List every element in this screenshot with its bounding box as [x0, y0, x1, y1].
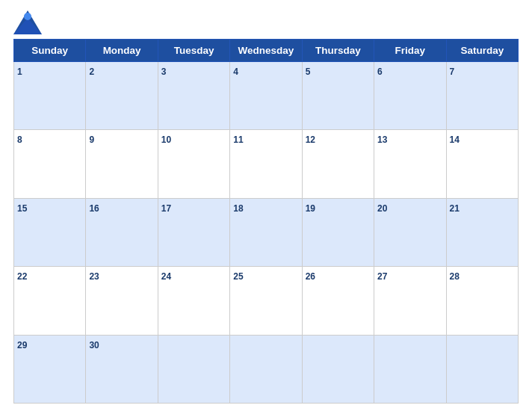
calendar-day-cell: 7: [446, 62, 518, 130]
calendar-day-cell: [302, 335, 374, 403]
day-number: 13: [377, 135, 387, 145]
day-number: 22: [17, 271, 27, 282]
svg-point-2: [24, 13, 31, 20]
weekday-header-thursday: Thursday: [302, 40, 374, 62]
calendar-header: [13, 7, 519, 34]
calendar-day-cell: 8: [14, 130, 86, 198]
calendar-day-cell: 27: [374, 267, 446, 335]
calendar-week-row: 891011121314: [14, 130, 519, 198]
day-number: 2: [89, 67, 94, 77]
weekday-header-friday: Friday: [374, 40, 446, 62]
calendar-day-cell: 26: [302, 267, 374, 335]
calendar-table: SundayMondayTuesdayWednesdayThursdayFrid…: [13, 39, 519, 404]
calendar-day-cell: 29: [14, 335, 86, 403]
calendar-day-cell: 24: [158, 267, 229, 335]
day-number: 3: [161, 67, 167, 77]
calendar-day-cell: 19: [302, 198, 374, 266]
day-number: 8: [17, 135, 22, 145]
day-number: 12: [306, 135, 315, 145]
calendar-week-row: 15161718192021: [14, 198, 519, 266]
day-number: 20: [377, 203, 387, 214]
day-number: 24: [161, 271, 171, 282]
calendar-day-cell: 5: [302, 62, 374, 130]
day-number: 14: [450, 135, 460, 145]
weekday-header-monday: Monday: [86, 40, 158, 62]
calendar-day-cell: 10: [158, 130, 229, 198]
calendar-day-cell: 22: [14, 267, 86, 335]
logo-area: [13, 10, 45, 33]
day-number: 1: [17, 67, 22, 77]
calendar-day-cell: [374, 335, 446, 403]
day-number: 23: [89, 271, 99, 282]
calendar-day-cell: 9: [86, 130, 158, 198]
calendar-day-cell: [230, 335, 302, 403]
day-number: 4: [233, 67, 238, 77]
calendar-day-cell: 17: [158, 198, 229, 266]
calendar-day-cell: 12: [302, 130, 374, 198]
day-number: 7: [450, 67, 455, 77]
day-number: 21: [450, 203, 460, 214]
calendar-day-cell: [158, 335, 229, 403]
calendar-day-cell: 21: [446, 198, 518, 266]
calendar-week-row: 2930: [14, 335, 519, 403]
calendar-day-cell: 11: [230, 130, 302, 198]
day-number: 10: [161, 135, 171, 145]
day-number: 17: [161, 203, 171, 214]
day-number: 15: [17, 203, 27, 214]
day-number: 9: [89, 135, 94, 145]
calendar-day-cell: [446, 335, 518, 403]
calendar-day-cell: 23: [86, 267, 158, 335]
weekday-header-tuesday: Tuesday: [158, 40, 229, 62]
weekday-header-sunday: Sunday: [14, 40, 86, 62]
calendar-day-cell: 2: [86, 62, 158, 130]
day-number: 26: [306, 271, 315, 282]
calendar-day-cell: 30: [86, 335, 158, 403]
day-number: 28: [450, 271, 460, 282]
day-number: 6: [377, 67, 383, 77]
calendar-day-cell: 3: [158, 62, 229, 130]
day-number: 16: [89, 203, 99, 214]
weekday-header-row: SundayMondayTuesdayWednesdayThursdayFrid…: [14, 40, 519, 62]
calendar-day-cell: 6: [374, 62, 446, 130]
calendar-day-cell: 20: [374, 198, 446, 266]
day-number: 11: [233, 135, 243, 145]
calendar-day-cell: 28: [446, 267, 518, 335]
calendar-day-cell: 15: [14, 198, 86, 266]
svg-marker-1: [13, 18, 42, 34]
calendar-day-cell: 16: [86, 198, 158, 266]
day-number: 25: [233, 271, 243, 282]
weekday-header-saturday: Saturday: [446, 40, 518, 62]
day-number: 5: [306, 67, 311, 77]
weekday-header-wednesday: Wednesday: [230, 40, 302, 62]
day-number: 27: [377, 271, 387, 282]
calendar-day-cell: 25: [230, 267, 302, 335]
calendar-day-cell: 14: [446, 130, 518, 198]
calendar-day-cell: 13: [374, 130, 446, 198]
calendar-week-row: 22232425262728: [14, 267, 519, 335]
calendar-week-row: 1234567: [14, 62, 519, 130]
day-number: 30: [89, 340, 99, 350]
calendar-day-cell: 1: [14, 62, 86, 130]
day-number: 18: [233, 203, 243, 214]
day-number: 19: [306, 203, 315, 214]
calendar-day-cell: 4: [230, 62, 302, 130]
logo-icon: [13, 10, 42, 33]
day-number: 29: [17, 340, 27, 350]
calendar-day-cell: 18: [230, 198, 302, 266]
